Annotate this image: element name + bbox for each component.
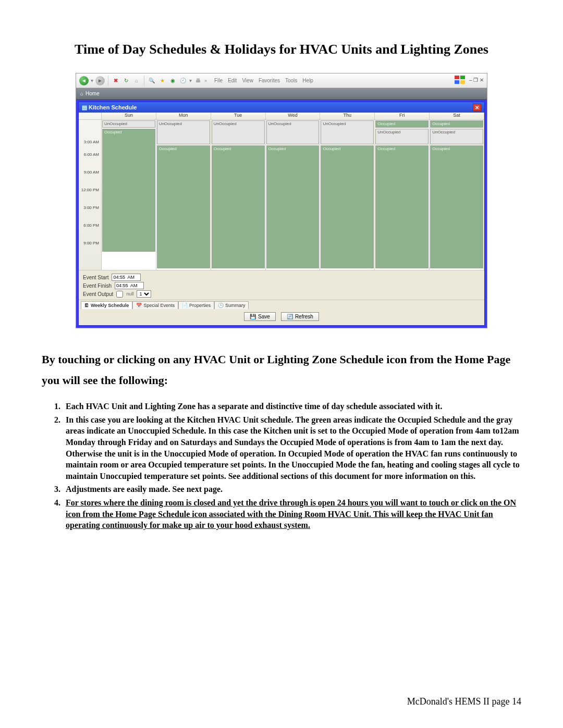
tab-summary[interactable]: 🕒Summary (214, 301, 249, 309)
refresh-button[interactable]: 🔄Refresh (281, 312, 319, 321)
refresh-icon[interactable]: ↻ (122, 77, 130, 85)
page-title: Time of Day Schedules & Holidays for HVA… (42, 42, 521, 57)
day-header: Wed (266, 113, 320, 120)
back-icon[interactable]: ◄ (79, 76, 89, 85)
time-label: 6:00 PM (79, 217, 101, 235)
day-header: Thu (320, 113, 374, 120)
schedule-grid: 3:00 AM 6:00 AM 9:00 AM 12:00 PM 3:00 PM… (79, 113, 484, 270)
cell-unoccupied[interactable]: UnOccupied (102, 120, 155, 128)
day-col-sat[interactable]: Sat Occupied UnOccupied Occupied (430, 113, 484, 270)
day-col-fri[interactable]: Fri Occupied UnOccupied Occupied (375, 113, 430, 270)
favorites-icon[interactable]: ★ (158, 77, 166, 85)
calendar-icon: 🗓 (84, 303, 89, 308)
day-col-thu[interactable]: Thu UnOccupied Occupied (320, 113, 375, 270)
cell-occupied[interactable]: Occupied (430, 145, 483, 268)
list-item: In this case you are looking at the Kitc… (63, 414, 521, 482)
time-label: 12:00 PM (79, 181, 101, 199)
cell-unoccupied[interactable]: UnOccupied (430, 129, 483, 144)
menu-tools[interactable]: Tools (285, 78, 297, 83)
menu-favorites[interactable]: Favorites (259, 78, 280, 83)
close-icon[interactable]: ✕ (473, 104, 481, 111)
forward-icon[interactable]: ► (95, 76, 105, 85)
day-header: Mon (156, 113, 211, 120)
tab-weekly-schedule[interactable]: 🗓Weekly Schedule (81, 301, 132, 309)
search-icon[interactable]: 🔍 (148, 77, 156, 85)
event-finish-input[interactable] (115, 282, 144, 289)
disk-icon: 💾 (250, 314, 256, 319)
cell-occupied[interactable]: Occupied (375, 145, 429, 268)
cell-unoccupied[interactable]: UnOccupied (212, 120, 265, 144)
page-footer: McDonald's HEMS II page 14 (407, 696, 521, 707)
action-buttons: 💾Save 🔄Refresh (79, 309, 484, 325)
day-header: Sun (102, 113, 156, 120)
cell-unoccupied[interactable]: UnOccupied (157, 120, 210, 144)
menu-edit[interactable]: Edit (228, 78, 237, 83)
cell-occupied[interactable]: Occupied (430, 120, 483, 128)
time-label: 3:00 AM (79, 120, 101, 146)
day-header: Tue (211, 113, 265, 120)
window-title-text: Kitchen Schedule (89, 104, 137, 110)
cell-occupied[interactable]: Occupied (321, 145, 374, 268)
cell-occupied[interactable]: Occupied (266, 145, 320, 268)
window-titlebar: Kitchen Schedule ✕ (79, 102, 484, 113)
list-item: For stores where the dining room is clos… (63, 497, 521, 531)
cell-unoccupied[interactable]: UnOccupied (321, 120, 374, 144)
day-col-mon[interactable]: Mon UnOccupied Occupied (156, 113, 211, 270)
browser-tabstrip: Home (76, 88, 487, 100)
cell-occupied[interactable]: Occupied (212, 145, 265, 268)
time-label: 9:00 AM (79, 164, 101, 181)
browser-toolbar: ◄ ▾ ► ✖ ↻ ⌂ 🔍 ★ ◉ 🕘 ▾ 🖶 » File Edit View… (76, 73, 487, 88)
lead-paragraph: By touching or clicking on any HVAC Unit… (42, 349, 521, 390)
cell-unoccupied[interactable]: UnOccupied (375, 129, 429, 144)
day-col-sun[interactable]: Sun UnOccupied Occupied (102, 113, 156, 270)
day-col-tue[interactable]: Tue UnOccupied Occupied (211, 113, 266, 270)
print-icon[interactable]: 🖶 (194, 77, 202, 85)
time-label: 3:00 PM (79, 199, 101, 217)
home-icon[interactable]: ⌂ (132, 77, 141, 85)
event-icon: 📅 (136, 303, 142, 308)
schedule-tabs: 🗓Weekly Schedule 📅Special Events 📄Proper… (79, 300, 484, 309)
tab-home[interactable]: Home (80, 91, 100, 96)
day-header: Fri (375, 113, 429, 120)
cell-occupied[interactable]: Occupied (157, 145, 210, 268)
event-start-label: Event Start (83, 275, 108, 280)
tab-special-events[interactable]: 📅Special Events (132, 301, 178, 309)
event-output-checkbox[interactable] (116, 291, 123, 298)
event-finish-label: Event Finish (83, 283, 112, 289)
screenshot-panel: ◄ ▾ ► ✖ ↻ ⌂ 🔍 ★ ◉ 🕘 ▾ 🖶 » File Edit View… (76, 73, 487, 328)
doc-icon: 📄 (182, 303, 188, 308)
list-item: Each HVAC Unit and Lighting Zone has a s… (63, 401, 521, 412)
instruction-list: Each HVAC Unit and Lighting Zone has a s… (63, 401, 521, 531)
browser-menu[interactable]: File Edit View Favorites Tools Help (214, 78, 313, 83)
event-output-label: Event Output (83, 291, 113, 297)
day-col-wed[interactable]: Wed UnOccupied Occupied (266, 113, 321, 270)
time-label: 6:00 AM (79, 146, 101, 164)
menu-file[interactable]: File (214, 78, 223, 83)
window-controls[interactable]: – ❐ ✕ (469, 77, 484, 83)
list-item: Adjustments are easily made. See next pa… (63, 484, 521, 495)
menu-help[interactable]: Help (302, 78, 313, 83)
stop-icon[interactable]: ✖ (112, 77, 120, 85)
history-icon[interactable]: 🕘 (179, 77, 187, 85)
save-button[interactable]: 💾Save (244, 312, 276, 321)
windows-flag-icon (455, 76, 465, 84)
cell-occupied[interactable]: Occupied (102, 129, 155, 252)
cell-occupied[interactable]: Occupied (375, 120, 429, 128)
time-axis: 3:00 AM 6:00 AM 9:00 AM 12:00 PM 3:00 PM… (79, 113, 102, 270)
event-output-check-text: null (126, 291, 133, 297)
media-icon[interactable]: ◉ (168, 77, 177, 85)
clock-icon: 🕒 (218, 303, 224, 308)
cell-unoccupied[interactable]: UnOccupied (266, 120, 320, 144)
refresh2-icon: 🔄 (287, 314, 293, 319)
event-output-select[interactable]: 1 (137, 290, 151, 298)
event-controls: Event Start Event Finish Event Output nu… (79, 270, 484, 300)
menu-view[interactable]: View (242, 78, 253, 83)
tab-properties[interactable]: 📄Properties (178, 301, 214, 309)
time-label: 9:00 PM (79, 235, 101, 252)
day-header: Sat (430, 113, 484, 120)
event-start-input[interactable] (112, 274, 141, 281)
